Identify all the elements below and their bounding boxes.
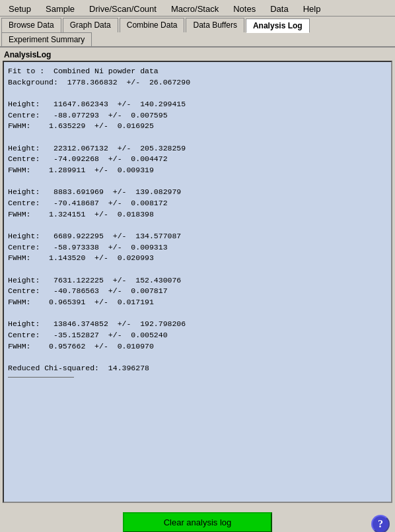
log-separator [8, 377, 74, 378]
tab-bar: Browse Data Graph Data Combine Data Data… [0, 17, 395, 48]
tab-data-buffers[interactable]: Data Buffers [186, 18, 244, 32]
log-line: Centre: -58.973338 +/- 0.009313 [8, 242, 387, 253]
log-line: FWHM: 0.957662 +/- 0.010970 [8, 341, 387, 352]
main-content: AnalysisLog Fit to : Combined Ni powder … [0, 48, 395, 506]
log-line: Centre: -70.418687 +/- 0.008172 [8, 198, 387, 209]
log-line: Height: 6689.922295 +/- 134.577087 [8, 231, 387, 242]
menu-data[interactable]: Data [263, 1, 295, 16]
log-line: Fit to : Combined Ni powder data [8, 66, 387, 77]
log-line: Centre: -74.092268 +/- 0.004472 [8, 154, 387, 165]
tab-browse-data[interactable]: Browse Data [1, 18, 61, 32]
log-line: FWHM: 1.289911 +/- 0.009319 [8, 165, 387, 176]
menu-setup[interactable]: Setup [1, 1, 38, 16]
log-line: Height: 22312.067132 +/- 205.328259 [8, 143, 387, 154]
log-line: Height: 11647.862343 +/- 140.299415 [8, 99, 387, 110]
menu-help[interactable]: Help [296, 1, 328, 16]
menu-drive-scan-count[interactable]: Drive/Scan/Count [82, 1, 164, 16]
analysis-log-box[interactable]: Fit to : Combined Ni powder dataBackgrou… [3, 61, 392, 503]
log-line: FWHM: 1.143520 +/- 0.020993 [8, 253, 387, 264]
menu-bar: Setup Sample Drive/Scan/Count Macro/Stac… [0, 0, 395, 17]
tab-experiment-summary[interactable]: Experiment Summary [1, 32, 92, 46]
log-line: FWHM: 0.965391 +/- 0.017191 [8, 297, 387, 308]
log-line: Height: 7631.122225 +/- 152.430076 [8, 275, 387, 286]
log-line: Height: 13846.374852 +/- 192.798206 [8, 319, 387, 330]
log-line: FWHM: 1.635229 +/- 0.016925 [8, 121, 387, 132]
log-line: Background: 1778.366832 +/- 26.067290 [8, 77, 387, 88]
help-button[interactable]: ? [371, 515, 390, 532]
log-line: Height: 8883.691969 +/- 139.082979 [8, 187, 387, 198]
log-line: Centre: -35.152827 +/- 0.005240 [8, 330, 387, 341]
menu-notes[interactable]: Notes [226, 1, 263, 16]
analysis-log-title: AnalysisLog [3, 50, 392, 59]
menu-macro-stack[interactable]: Macro/Stack [164, 1, 226, 16]
log-line: FWHM: 1.324151 +/- 0.018398 [8, 209, 387, 220]
log-line: Centre: -40.786563 +/- 0.007817 [8, 286, 387, 297]
tab-analysis-log[interactable]: Analysis Log [246, 18, 310, 33]
tab-graph-data[interactable]: Graph Data [63, 18, 118, 32]
menu-sample[interactable]: Sample [38, 1, 82, 16]
clear-analysis-log-button[interactable]: Clear analysis log [123, 512, 273, 533]
log-line: Centre: -88.077293 +/- 0.007595 [8, 110, 387, 121]
log-line: Reduced Chi-squared: 14.396278 [8, 363, 387, 374]
bottom-bar: Clear analysis log ? [0, 506, 395, 532]
tab-combine-data[interactable]: Combine Data [120, 18, 185, 32]
